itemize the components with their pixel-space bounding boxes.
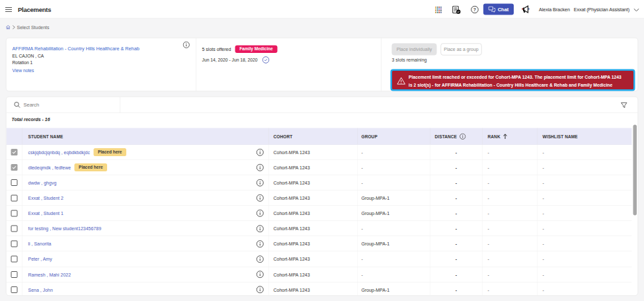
svg-text:?: ?: [473, 7, 476, 12]
